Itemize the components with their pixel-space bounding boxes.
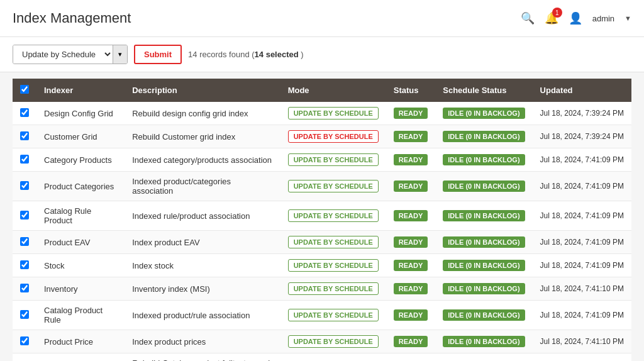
row-checkbox[interactable] [20, 131, 29, 140]
cell-description: Rebuild Catalog product fulltext search … [125, 353, 280, 362]
row-checkbox[interactable] [20, 237, 29, 246]
index-table: Indexer Description Mode Status Schedule… [13, 79, 631, 361]
cell-indexer: Product EAV [36, 231, 125, 254]
cell-indexer: Catalog Search [36, 353, 125, 362]
cell-status: READY [386, 301, 436, 330]
notification-icon[interactable]: 🔔 1 [545, 11, 558, 25]
row-checkbox[interactable] [20, 155, 29, 164]
cell-schedule: IDLE (0 IN BACKLOG) [435, 254, 532, 277]
schedule-badge: IDLE (0 IN BACKLOG) [443, 131, 525, 142]
row-checkbox[interactable] [20, 310, 29, 319]
col-header-indexer: Indexer [36, 79, 125, 102]
cell-schedule: IDLE (0 IN BACKLOG) [435, 330, 532, 353]
row-checkbox-cell[interactable] [13, 353, 36, 362]
status-badge: READY [394, 108, 428, 119]
admin-dropdown-icon[interactable]: ▼ [625, 14, 631, 22]
cell-updated: Jul 18, 2024, 7:41:09 PM [533, 148, 631, 172]
cell-description: Index stock [125, 254, 280, 277]
table-container: Indexer Description Mode Status Schedule… [0, 72, 644, 361]
cell-updated: Jul 18, 2024, 7:41:10 PM [533, 353, 631, 362]
row-checkbox[interactable] [20, 336, 29, 345]
row-checkbox[interactable] [20, 211, 29, 219]
cell-updated: Jul 18, 2024, 7:41:09 PM [533, 254, 631, 277]
status-badge: READY [394, 154, 428, 165]
status-badge: READY [394, 181, 428, 192]
cell-schedule: IDLE (0 IN BACKLOG) [435, 301, 532, 330]
table-row: Customer Grid Rebuild Customer grid inde… [13, 125, 631, 148]
cell-description: Indexed rule/product association [125, 201, 280, 231]
schedule-badge: IDLE (0 IN BACKLOG) [443, 283, 525, 294]
cell-indexer: Design Config Grid [36, 102, 125, 125]
row-checkbox-cell[interactable] [13, 125, 36, 148]
cell-status: READY [386, 254, 436, 277]
row-checkbox-cell[interactable] [13, 148, 36, 172]
status-badge: READY [394, 336, 428, 347]
row-checkbox-cell[interactable] [13, 102, 36, 125]
row-checkbox-cell[interactable] [13, 231, 36, 254]
admin-label[interactable]: admin [592, 14, 614, 23]
cell-status: READY [386, 102, 436, 125]
submit-button[interactable]: Submit [134, 45, 182, 64]
cell-schedule: IDLE (0 IN BACKLOG) [435, 231, 532, 254]
action-select[interactable]: Update by Schedule [13, 45, 113, 64]
cell-schedule: IDLE (0 IN BACKLOG) [435, 277, 532, 301]
mode-badge: UPDATE BY SCHEDULE [288, 130, 379, 143]
row-checkbox[interactable] [20, 181, 29, 190]
cell-indexer: Inventory [36, 277, 125, 301]
cell-schedule: IDLE (0 IN BACKLOG) [435, 102, 532, 125]
cell-mode: UPDATE BY SCHEDULE [280, 277, 386, 301]
cell-updated: Jul 18, 2024, 7:41:09 PM [533, 231, 631, 254]
col-header-schedule-status: Schedule Status [435, 79, 532, 102]
select-all-checkbox[interactable] [20, 85, 29, 94]
cell-indexer: Catalog Rule Product [36, 201, 125, 231]
table-row: Catalog Rule Product Indexed rule/produc… [13, 201, 631, 231]
cell-mode: UPDATE BY SCHEDULE [280, 201, 386, 231]
col-header-description: Description [125, 79, 280, 102]
row-checkbox[interactable] [20, 108, 29, 117]
row-checkbox-cell[interactable] [13, 172, 36, 201]
user-icon: 👤 [569, 11, 582, 25]
cell-indexer: Stock [36, 254, 125, 277]
table-row: Inventory Inventory index (MSI) UPDATE B… [13, 277, 631, 301]
row-checkbox-cell[interactable] [13, 201, 36, 231]
col-header-mode: Mode [280, 79, 386, 102]
cell-description: Index product prices [125, 330, 280, 353]
cell-description: Indexed product/rule association [125, 301, 280, 330]
schedule-badge: IDLE (0 IN BACKLOG) [443, 210, 525, 221]
cell-updated: Jul 18, 2024, 7:41:10 PM [533, 277, 631, 301]
cell-indexer: Category Products [36, 148, 125, 172]
notification-badge: 1 [552, 8, 562, 18]
cell-updated: Jul 18, 2024, 7:41:10 PM [533, 330, 631, 353]
row-checkbox-cell[interactable] [13, 301, 36, 330]
row-checkbox-cell[interactable] [13, 254, 36, 277]
row-checkbox[interactable] [20, 284, 29, 292]
row-checkbox-cell[interactable] [13, 277, 36, 301]
cell-updated: Jul 18, 2024, 7:41:09 PM [533, 201, 631, 231]
cell-mode: UPDATE BY SCHEDULE [280, 172, 386, 201]
status-badge: READY [394, 309, 428, 321]
cell-mode: UPDATE BY SCHEDULE [280, 148, 386, 172]
table-row: Catalog Search Rebuild Catalog product f… [13, 353, 631, 362]
action-dropdown-btn[interactable]: ▾ [113, 45, 127, 64]
mode-badge: UPDATE BY SCHEDULE [288, 282, 379, 295]
select-all-header[interactable] [13, 79, 36, 102]
cell-schedule: IDLE (0 IN BACKLOG) [435, 353, 532, 362]
mode-badge: UPDATE BY SCHEDULE [288, 309, 379, 321]
search-icon[interactable]: 🔍 [521, 11, 535, 25]
col-header-updated: Updated [533, 79, 631, 102]
cell-updated: Jul 18, 2024, 7:41:09 PM [533, 172, 631, 201]
schedule-badge: IDLE (0 IN BACKLOG) [443, 336, 525, 347]
row-checkbox[interactable] [20, 260, 29, 269]
cell-schedule: IDLE (0 IN BACKLOG) [435, 148, 532, 172]
table-row: Category Products Indexed category/produ… [13, 148, 631, 172]
cell-mode: UPDATE BY SCHEDULE [280, 330, 386, 353]
mode-badge: UPDATE BY SCHEDULE [288, 236, 379, 248]
action-select-wrapper[interactable]: Update by Schedule ▾ [13, 45, 128, 64]
cell-mode: UPDATE BY SCHEDULE [280, 301, 386, 330]
status-badge: READY [394, 283, 428, 294]
page-header: Index Management 🔍 🔔 1 👤 admin ▼ [0, 0, 644, 37]
cell-status: READY [386, 231, 436, 254]
cell-description: Inventory index (MSI) [125, 277, 280, 301]
status-badge: READY [394, 236, 428, 248]
row-checkbox-cell[interactable] [13, 330, 36, 353]
